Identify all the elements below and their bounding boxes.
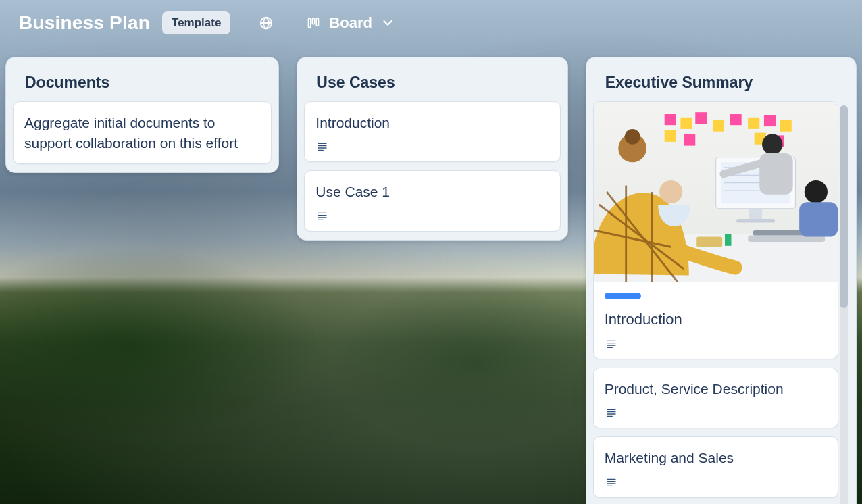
text-lines-icon bbox=[605, 338, 827, 349]
svg-rect-19 bbox=[764, 115, 776, 126]
svg-rect-2 bbox=[313, 18, 315, 24]
card-cover-image bbox=[594, 102, 838, 282]
page-title: Business Plan bbox=[19, 12, 150, 34]
card[interactable]: Introduction bbox=[304, 101, 560, 162]
svg-rect-37 bbox=[725, 234, 732, 246]
card-title: Use Case 1 bbox=[315, 182, 549, 202]
label-pill bbox=[605, 293, 641, 299]
svg-rect-15 bbox=[695, 112, 707, 124]
column-title: Executive Summary bbox=[593, 64, 849, 101]
text-lines-icon bbox=[315, 211, 549, 222]
board: Documents Aggregate initial documents to… bbox=[0, 46, 862, 504]
view-switcher[interactable]: Board bbox=[299, 10, 402, 36]
card-list: Introduction Use Case 1 bbox=[304, 101, 560, 232]
svg-rect-17 bbox=[730, 114, 741, 125]
svg-rect-3 bbox=[317, 18, 319, 26]
column-title: Documents bbox=[13, 64, 272, 101]
card[interactable]: Marketing and Sales bbox=[593, 436, 838, 497]
card[interactable]: Use Case 1 bbox=[304, 170, 560, 231]
page-header: Business Plan Template Board bbox=[0, 0, 862, 46]
text-lines-icon bbox=[315, 141, 549, 152]
svg-point-45 bbox=[659, 180, 682, 203]
view-label: Board bbox=[329, 14, 372, 32]
column-executive-summary: Executive Summary bbox=[586, 57, 857, 504]
scrollbar-thumb[interactable] bbox=[840, 105, 848, 308]
svg-rect-50 bbox=[799, 202, 838, 236]
svg-rect-13 bbox=[664, 114, 676, 125]
svg-point-49 bbox=[804, 180, 827, 203]
card-list: Aggregate initial documents to support c… bbox=[13, 101, 272, 164]
chevron-down-icon bbox=[380, 16, 395, 30]
svg-point-39 bbox=[624, 129, 640, 145]
svg-rect-16 bbox=[713, 120, 724, 132]
svg-rect-21 bbox=[664, 130, 676, 142]
globe-icon bbox=[259, 16, 274, 30]
column-use-cases: Use Cases Introduction Use Case 1 bbox=[297, 57, 567, 241]
card-title: Aggregate initial documents to support c… bbox=[24, 113, 260, 154]
text-lines-icon bbox=[605, 477, 827, 488]
card[interactable]: Product, Service Description bbox=[593, 368, 838, 428]
svg-rect-36 bbox=[696, 237, 722, 247]
card-title: Introduction bbox=[315, 113, 549, 133]
template-badge[interactable]: Template bbox=[162, 11, 230, 34]
svg-rect-47 bbox=[759, 153, 792, 195]
svg-rect-27 bbox=[749, 209, 762, 220]
board-icon bbox=[306, 16, 321, 30]
svg-rect-18 bbox=[748, 118, 759, 129]
card-title: Introduction bbox=[605, 309, 827, 330]
svg-rect-1 bbox=[309, 18, 311, 27]
column-scroll: Introduction Product, Service Descriptio… bbox=[593, 101, 849, 504]
card-list: Introduction Product, Service Descriptio… bbox=[593, 101, 849, 498]
column-title: Use Cases bbox=[304, 64, 560, 101]
svg-rect-20 bbox=[780, 120, 791, 132]
card-title: Product, Service Description bbox=[605, 379, 827, 399]
svg-rect-28 bbox=[736, 219, 775, 223]
card[interactable]: Aggregate initial documents to support c… bbox=[13, 101, 272, 164]
text-lines-icon bbox=[605, 407, 827, 418]
card-title: Marketing and Sales bbox=[605, 448, 827, 468]
visibility-button[interactable] bbox=[252, 11, 280, 34]
card[interactable]: Introduction bbox=[593, 101, 838, 359]
column-documents: Documents Aggregate initial documents to… bbox=[5, 57, 279, 173]
svg-point-46 bbox=[762, 134, 782, 155]
svg-rect-22 bbox=[684, 134, 695, 146]
svg-rect-14 bbox=[680, 118, 692, 129]
